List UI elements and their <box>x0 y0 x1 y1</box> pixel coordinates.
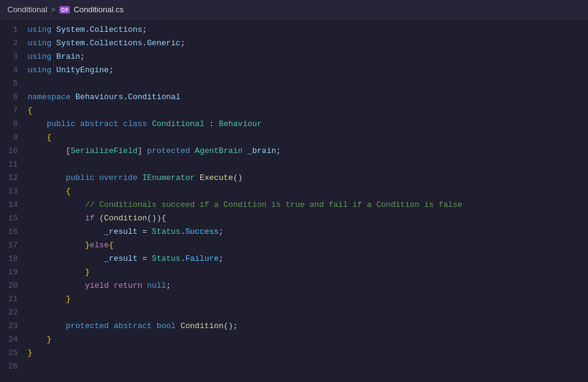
breadcrumb-separator: > <box>51 5 56 14</box>
code-line: 15 if (Condition()){ <box>0 212 588 225</box>
editor: 1using System.Collections;2using System.… <box>0 20 588 382</box>
line-number: 11 <box>0 158 28 171</box>
line-number: 16 <box>0 225 28 239</box>
code-area: 1using System.Collections;2using System.… <box>0 20 588 373</box>
breadcrumb-folder[interactable]: Conditional <box>7 5 47 14</box>
line-number: 15 <box>0 212 28 225</box>
line-number: 14 <box>0 198 28 212</box>
code-line: 9 { <box>0 131 588 144</box>
code-line: 23 protected abstract bool Condition(); <box>0 320 588 333</box>
line-content[interactable]: namespace Behaviours.Conditional <box>28 91 181 104</box>
code-line: 5 <box>0 77 588 91</box>
line-content[interactable]: } <box>28 266 89 279</box>
line-content[interactable]: using System.Collections; <box>28 23 147 37</box>
line-content[interactable]: { <box>28 131 51 144</box>
line-number: 18 <box>0 252 28 266</box>
code-line: 25} <box>0 346 588 360</box>
code-line: 21 } <box>0 293 588 306</box>
line-number: 4 <box>0 64 28 77</box>
code-line: 1using System.Collections; <box>0 23 588 37</box>
line-content[interactable]: _result = Status.Success; <box>28 225 224 239</box>
line-content[interactable]: using System.Collections.Generic; <box>28 37 185 50</box>
code-line: 19 } <box>0 266 588 279</box>
line-content[interactable]: using UnityEngine; <box>28 64 113 77</box>
line-content[interactable] <box>28 77 32 91</box>
code-line: 2using System.Collections.Generic; <box>0 37 588 50</box>
line-content[interactable]: yield return null; <box>28 279 171 293</box>
line-number: 22 <box>0 306 28 320</box>
line-number: 25 <box>0 346 28 360</box>
code-line: 11 <box>0 158 588 171</box>
line-content[interactable]: _result = Status.Failure; <box>28 252 224 266</box>
code-line: 4using UnityEngine; <box>0 64 588 77</box>
code-line: 18 _result = Status.Failure; <box>0 252 588 266</box>
code-line: 17 }else{ <box>0 239 588 252</box>
line-number: 6 <box>0 91 28 104</box>
line-content[interactable]: } <box>28 293 70 306</box>
line-content[interactable]: protected abstract bool Condition(); <box>28 320 238 333</box>
line-number: 23 <box>0 320 28 333</box>
line-number: 17 <box>0 239 28 252</box>
code-line: 16 _result = Status.Success; <box>0 225 588 239</box>
line-content[interactable]: // Conditionals succeed if a Condition i… <box>28 198 462 212</box>
code-line: 20 yield return null; <box>0 279 588 293</box>
line-number: 8 <box>0 118 28 131</box>
line-content[interactable] <box>28 360 32 373</box>
line-content[interactable] <box>28 158 32 171</box>
line-number: 13 <box>0 185 28 198</box>
code-line: 8 public abstract class Conditional : Be… <box>0 118 588 131</box>
title-bar: Conditional > C# Conditional.cs <box>0 0 588 20</box>
line-content[interactable]: public override IEnumerator Execute() <box>28 171 243 185</box>
code-line: 10 [SerializeField] protected AgentBrain… <box>0 144 588 158</box>
code-line: 6namespace Behaviours.Conditional <box>0 91 588 104</box>
line-content[interactable]: [SerializeField] protected AgentBrain _b… <box>28 144 281 158</box>
filename[interactable]: Conditional.cs <box>74 5 124 14</box>
code-line: 14 // Conditionals succeed if a Conditio… <box>0 198 588 212</box>
code-line: 13 { <box>0 185 588 198</box>
line-number: 19 <box>0 266 28 279</box>
line-number: 2 <box>0 37 28 50</box>
line-number: 26 <box>0 360 28 373</box>
line-content[interactable] <box>28 306 32 320</box>
line-number: 5 <box>0 77 28 91</box>
csharp-icon: C# <box>59 6 70 13</box>
line-number: 21 <box>0 293 28 306</box>
line-number: 12 <box>0 171 28 185</box>
line-content[interactable]: if (Condition()){ <box>28 212 166 225</box>
line-content[interactable]: }else{ <box>28 239 113 252</box>
line-content[interactable]: { <box>28 104 32 118</box>
line-content[interactable]: using Brain; <box>28 50 85 64</box>
code-line: 22 <box>0 306 588 320</box>
code-line: 3using Brain; <box>0 50 588 64</box>
code-line: 7{ <box>0 104 588 118</box>
code-line: 26 <box>0 360 588 373</box>
line-number: 9 <box>0 131 28 144</box>
line-number: 20 <box>0 279 28 293</box>
line-number: 3 <box>0 50 28 64</box>
code-line: 12 public override IEnumerator Execute() <box>0 171 588 185</box>
code-line: 24 } <box>0 333 588 346</box>
line-content[interactable]: } <box>28 333 51 346</box>
line-content[interactable]: public abstract class Conditional : Beha… <box>28 118 262 131</box>
line-number: 1 <box>0 23 28 37</box>
line-number: 24 <box>0 333 28 346</box>
line-number: 10 <box>0 144 28 158</box>
line-content[interactable]: } <box>28 346 32 360</box>
line-number: 7 <box>0 104 28 118</box>
line-content[interactable]: { <box>28 185 70 198</box>
